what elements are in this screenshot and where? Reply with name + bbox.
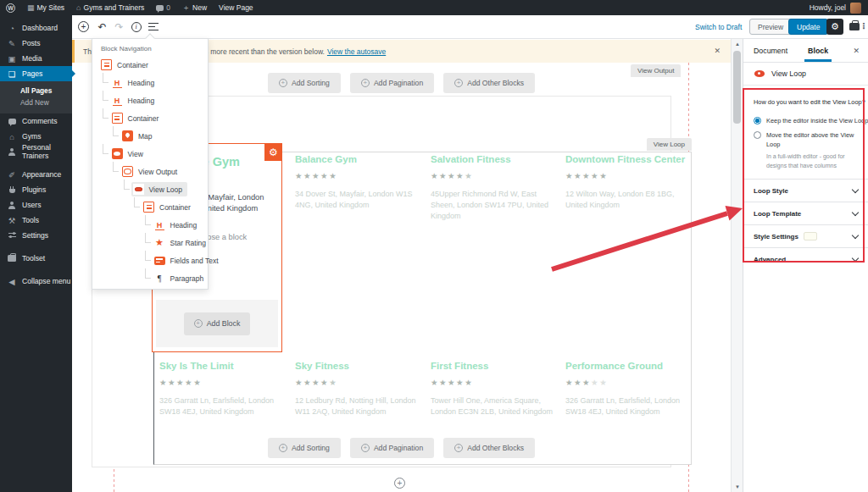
star-icon: ★ <box>176 378 185 387</box>
sidebar-item-comments[interactable]: Comments <box>0 113 72 129</box>
block-nav-item-label: Map <box>138 132 153 141</box>
block-nav-item-container[interactable]: Container <box>92 198 208 216</box>
heading-icon: H <box>112 77 123 88</box>
block-nav-item-heading[interactable]: HHeading <box>92 74 208 91</box>
scrollbar-thumb[interactable] <box>733 51 741 124</box>
radio-unselected-icon[interactable] <box>754 131 761 139</box>
user-avatar[interactable] <box>850 3 861 14</box>
add-pagination-button[interactable]: +Add Pagination <box>350 73 434 93</box>
add-pagination-button[interactable]: +Add Pagination <box>350 438 434 458</box>
gear-icon: ⚙ <box>831 21 839 32</box>
dismiss-notice-button[interactable]: ✕ <box>714 47 721 55</box>
scroll-down-icon[interactable]: ▼ <box>732 484 743 489</box>
new-content-menu[interactable]: ＋New <box>176 0 213 15</box>
add-block-button[interactable]: + <box>76 19 91 34</box>
admin-sidebar: ◔Dashboard✎Posts▣Media❏PagesAll PagesAdd… <box>0 15 72 492</box>
howdy-label[interactable]: Howdy, joel <box>810 3 846 12</box>
block-nav-item-view-output[interactable]: View Output <box>92 163 208 180</box>
comments-menu[interactable]: 0 <box>150 0 176 15</box>
sidebar-item-label: Posts <box>22 39 41 47</box>
canvas-scrollbar[interactable]: ▲ ▼ <box>731 39 743 492</box>
tab-block[interactable]: Block <box>798 39 838 62</box>
block-nav-item-label: Fields and Text <box>170 257 219 265</box>
close-sidebar-button[interactable]: ✕ <box>853 47 860 55</box>
more-tools-button[interactable]: ⋮ <box>860 21 868 30</box>
my-sites-menu[interactable]: ▦My Sites <box>21 0 70 15</box>
sidebar-item-posts[interactable]: ✎Posts <box>0 36 72 51</box>
sidebar-item-media[interactable]: ▣Media <box>0 51 72 66</box>
sidebar-item-settings[interactable]: Settings <box>0 228 72 243</box>
heading-icon: H <box>154 219 165 230</box>
radio-selected-icon[interactable] <box>754 117 761 124</box>
wp-logo-menu[interactable]: W <box>0 0 21 15</box>
add-sorting-button[interactable]: +Add Sorting <box>268 438 341 458</box>
gyms-icon: ⌂ <box>7 131 17 141</box>
accordion-loop-template[interactable]: Loop Template <box>743 202 868 224</box>
block-nav-item-view-loop[interactable]: View Loop <box>92 180 208 198</box>
switch-to-draft-link[interactable]: Switch to Draft <box>695 23 742 31</box>
sidebar-item-dashboard[interactable]: ◔Dashboard <box>0 20 72 36</box>
wordpress-editor-screen: W ▦My Sites ⌂Gyms and Trainers 0 ＋New Vi… <box>0 0 868 492</box>
block-nav-item-heading[interactable]: HHeading <box>92 216 208 234</box>
update-button[interactable]: Update <box>788 19 828 35</box>
block-nav-item-star-rating[interactable]: ★Star Rating <box>92 234 208 252</box>
add-button-label: Add Sorting <box>292 444 330 452</box>
sidebar-item-collapse-menu[interactable]: ◀Collapse menu <box>0 274 72 289</box>
sidebar-item-toolset[interactable]: Toolset <box>0 251 72 266</box>
block-nav-item-map[interactable]: Map <box>92 127 208 145</box>
view-loop-container[interactable]: View Loop ⚙ Balance Gym ★★★★★ 34 Dover S… <box>153 152 692 465</box>
my-sites-label: My Sites <box>37 3 65 12</box>
view-loop-tab[interactable]: View Loop <box>647 138 692 151</box>
sidebar-item-personal-trainers[interactable]: Personal Trainers <box>0 144 72 159</box>
add-other-blocks-button[interactable]: +Add Other Blocks <box>443 438 535 458</box>
content-structure-button[interactable]: i <box>129 19 143 34</box>
sidebar-item-gyms[interactable]: ⌂Gyms <box>0 129 72 144</box>
star-icon: ★ <box>431 171 439 180</box>
sidebar-item-pages[interactable]: ❏Pages <box>0 66 72 81</box>
settings-gear-button[interactable]: ⚙ <box>826 19 843 35</box>
tree-connector <box>103 144 108 154</box>
radio-option-inside[interactable]: Keep the editor inside the View Loop <box>743 113 868 127</box>
tree-connector <box>145 215 151 225</box>
block-nav-item-fields-and-text[interactable]: Fields and Text <box>92 252 208 269</box>
undo-button[interactable]: ↶ <box>95 19 109 34</box>
block-nav-item-heading[interactable]: HHeading <box>92 91 208 109</box>
sidebar-item-users[interactable]: Users <box>0 197 72 213</box>
posts-icon: ✎ <box>7 38 17 48</box>
view-page-menu[interactable]: View Page <box>213 0 259 15</box>
radio-option-above[interactable]: Move the editor above the View Loop <box>743 127 868 151</box>
accordion-style-settings[interactable]: Style Settings <box>743 224 868 247</box>
scroll-up-icon[interactable]: ▲ <box>732 41 743 47</box>
tab-document[interactable]: Document <box>743 39 798 62</box>
gym-address: 34 Dover St, Mayfair, London W1S 4NG, Un… <box>295 189 424 211</box>
site-name-menu[interactable]: ⌂Gyms and Trainers <box>70 0 150 15</box>
sidebar-item-label: Plugins <box>22 185 46 194</box>
submenu-item-add-new[interactable]: Add New <box>0 97 72 108</box>
gym-title: First Fitness <box>431 361 559 371</box>
sidebar-item-plugins[interactable]: Plugins <box>0 182 72 197</box>
submenu-item-all-pages[interactable]: All Pages <box>0 85 72 97</box>
add-blocks-row-bottom: +Add Sorting+Add Pagination+Add Other Bl… <box>72 438 731 458</box>
block-nav-item-paragraph[interactable]: ¶Paragraph <box>92 269 208 287</box>
preview-button[interactable]: Preview <box>749 19 792 35</box>
view-autosave-link[interactable]: View the autosave <box>327 47 386 56</box>
gym-star-rating: ★★★★★ <box>295 172 424 180</box>
accordion-loop-style[interactable]: Loop Style <box>743 179 868 202</box>
accordion-advanced[interactable]: Advanced <box>743 247 868 270</box>
block-settings-badge[interactable]: ⚙ <box>264 143 282 161</box>
sidebar-item-appearance[interactable]: ✐Appearance <box>0 167 72 182</box>
add-other-blocks-button[interactable]: +Add Other Blocks <box>443 73 535 93</box>
block-nav-item-view[interactable]: View <box>92 145 208 163</box>
add-sorting-button[interactable]: +Add Sorting <box>268 73 341 93</box>
add-block-button-inline[interactable]: + Add Block <box>184 312 251 335</box>
block-navigation-button[interactable] <box>146 19 160 34</box>
star-icon: ★ <box>295 378 303 387</box>
block-nav-item-container[interactable]: Container <box>92 56 208 74</box>
sidebar-item-tools[interactable]: ⚒Tools <box>0 213 72 228</box>
redo-button[interactable]: ↷ <box>112 19 126 34</box>
block-nav-item-container[interactable]: Container <box>92 109 208 127</box>
info-icon: i <box>131 22 142 32</box>
block-nav-item-label: Paragraph <box>170 274 204 283</box>
bottom-block-appender[interactable]: + <box>394 478 405 489</box>
add-button-label: Add Other Blocks <box>467 444 524 452</box>
